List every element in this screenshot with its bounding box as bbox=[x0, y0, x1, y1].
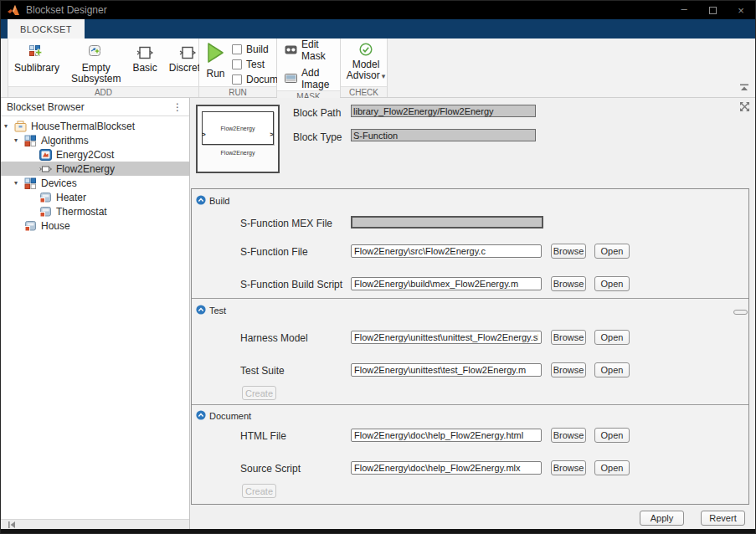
tree-item-house[interactable]: House bbox=[1, 218, 189, 233]
harness-model-input[interactable] bbox=[351, 331, 542, 344]
browser-header: Blockset Browser ⋮ bbox=[1, 98, 189, 116]
matlab-block-icon bbox=[39, 149, 52, 161]
output-port-icon: > bbox=[270, 131, 274, 138]
sfunction-file-row: S-Function File Browse Open bbox=[192, 244, 748, 259]
expand-panel-icon[interactable] bbox=[739, 100, 750, 116]
mex-file-field bbox=[351, 216, 543, 228]
browse-button[interactable]: Browse bbox=[551, 428, 586, 443]
source-script-row: Source Script Browse Open bbox=[192, 461, 748, 476]
splitter-handle[interactable] bbox=[733, 310, 748, 315]
tree-item-housethermalblockset[interactable]: ▾ HouseThermalBlockset bbox=[1, 119, 189, 133]
tree-item-algorithms[interactable]: ▾ Algorithms bbox=[1, 133, 189, 147]
tab-blockset[interactable]: BLOCKSET bbox=[8, 19, 85, 39]
window-title: Blockset Designer bbox=[26, 4, 107, 16]
block-path-field bbox=[351, 105, 536, 117]
tree-item-devices[interactable]: ▾ Devices bbox=[1, 176, 189, 190]
caret-icon[interactable]: ▾ bbox=[4, 122, 14, 130]
sublibrary-icon bbox=[28, 43, 45, 63]
browse-button[interactable]: Browse bbox=[551, 460, 586, 475]
block-type-field bbox=[351, 129, 536, 141]
block-path-label: Block Path bbox=[293, 107, 341, 119]
group-add-label: ADD bbox=[8, 86, 198, 97]
caret-icon[interactable]: ▾ bbox=[14, 136, 24, 144]
tree-item-thermostat[interactable]: Thermostat bbox=[1, 204, 189, 218]
document-checkbox[interactable] bbox=[232, 74, 242, 85]
collapse-sidebar-icon[interactable] bbox=[8, 521, 16, 528]
kebab-menu-icon[interactable]: ⋮ bbox=[172, 101, 183, 113]
close-button[interactable]: × bbox=[727, 1, 755, 19]
build-section-title: Build bbox=[209, 196, 229, 206]
revert-button[interactable]: Revert bbox=[701, 511, 745, 526]
group-run: Run Build Test Document bbox=[199, 39, 277, 97]
sublibrary-button[interactable]: Sublibrary bbox=[8, 39, 65, 86]
tree-item-energy2cost[interactable]: Energy2Cost bbox=[1, 147, 189, 162]
edit-mask-icon bbox=[285, 43, 297, 58]
build-script-input[interactable] bbox=[351, 277, 542, 290]
window-bottom-edge bbox=[1, 529, 755, 533]
run-button[interactable]: Run bbox=[206, 42, 225, 86]
html-file-label: HTML File bbox=[240, 430, 286, 442]
group-check-label: CHECK bbox=[341, 86, 387, 97]
browse-button[interactable]: Browse bbox=[551, 276, 586, 291]
open-button[interactable]: Open bbox=[594, 330, 630, 345]
test-suite-label: Test Suite bbox=[240, 365, 285, 377]
open-button[interactable]: Open bbox=[594, 362, 630, 377]
test-suite-row: Test Suite Browse Open bbox=[192, 363, 748, 378]
mex-file-row: S-Function MEX File bbox=[192, 216, 748, 231]
test-suite-input[interactable] bbox=[351, 363, 542, 377]
discrete-block-icon bbox=[178, 43, 197, 63]
titlebar: Blockset Designer – × bbox=[1, 1, 755, 19]
sfunction-file-input[interactable] bbox=[351, 244, 542, 258]
collapse-toolstrip-button[interactable] bbox=[739, 80, 749, 95]
caret-icon[interactable]: ▾ bbox=[14, 179, 24, 187]
open-button[interactable]: Open bbox=[594, 460, 630, 475]
collapse-section-icon[interactable] bbox=[196, 408, 206, 424]
basic-block-icon bbox=[136, 43, 154, 63]
model-advisor-button[interactable]: Model Advisor▾ bbox=[341, 39, 391, 86]
library-icon bbox=[24, 177, 37, 189]
apply-button[interactable]: Apply bbox=[640, 511, 684, 526]
build-section-header[interactable]: Build bbox=[196, 193, 229, 208]
document-section-title: Document bbox=[209, 411, 251, 421]
subsystem-icon bbox=[24, 220, 37, 232]
basic-block-button[interactable]: Basic bbox=[126, 39, 162, 86]
test-section-title: Test bbox=[209, 306, 226, 316]
open-button[interactable]: Open bbox=[594, 244, 630, 259]
build-checkbox[interactable] bbox=[232, 44, 242, 54]
collapse-section-icon[interactable] bbox=[196, 193, 206, 208]
minimize-button[interactable]: – bbox=[670, 1, 698, 19]
body: Blockset Browser ⋮ ▾ HouseThermalBlockse… bbox=[1, 98, 755, 529]
test-checkbox[interactable] bbox=[232, 59, 242, 69]
group-add: Sublibrary Empty Subsystem bbox=[8, 39, 199, 97]
browse-button[interactable]: Browse bbox=[551, 362, 586, 377]
edit-mask-button[interactable]: Edit Mask bbox=[285, 39, 332, 62]
harness-model-label: Harness Model bbox=[240, 332, 308, 344]
build-script-label: S-Function Build Script bbox=[240, 279, 342, 290]
blockset-icon bbox=[14, 121, 27, 132]
empty-subsystem-button[interactable]: Empty Subsystem bbox=[65, 39, 126, 86]
browse-button[interactable]: Browse bbox=[551, 330, 586, 345]
source-script-input[interactable] bbox=[351, 461, 542, 475]
open-button[interactable]: Open bbox=[594, 276, 630, 291]
add-image-button[interactable]: Add Image bbox=[285, 67, 332, 90]
create-test-button[interactable]: Create bbox=[242, 386, 276, 400]
build-script-row: S-Function Build Script Browse Open bbox=[192, 277, 748, 292]
ribbon-tabstrip: BLOCKSET bbox=[1, 19, 755, 39]
open-button[interactable]: Open bbox=[594, 428, 630, 443]
block-detail-panel: Flow2Energy > > Flow2Energy Block Path B… bbox=[190, 98, 755, 529]
html-file-input[interactable] bbox=[351, 429, 542, 442]
test-section-header[interactable]: Test bbox=[196, 303, 226, 318]
blockset-browser-panel: Blockset Browser ⋮ ▾ HouseThermalBlockse… bbox=[1, 98, 190, 529]
create-document-button[interactable]: Create bbox=[242, 484, 276, 498]
subsystem-icon bbox=[39, 192, 52, 203]
tree-item-flow2energy[interactable]: Flow2Energy bbox=[1, 162, 189, 176]
library-icon bbox=[24, 135, 37, 146]
blockset-tree: ▾ HouseThermalBlockset ▾ bbox=[1, 116, 189, 233]
collapse-section-icon[interactable] bbox=[196, 303, 206, 318]
browse-button[interactable]: Browse bbox=[551, 244, 586, 259]
tree-item-heater[interactable]: Heater bbox=[1, 190, 189, 204]
maximize-button[interactable] bbox=[698, 1, 727, 19]
document-section-header[interactable]: Document bbox=[196, 408, 251, 424]
group-run-label: RUN bbox=[199, 86, 276, 97]
block-name-text: Flow2Energy bbox=[221, 126, 255, 131]
